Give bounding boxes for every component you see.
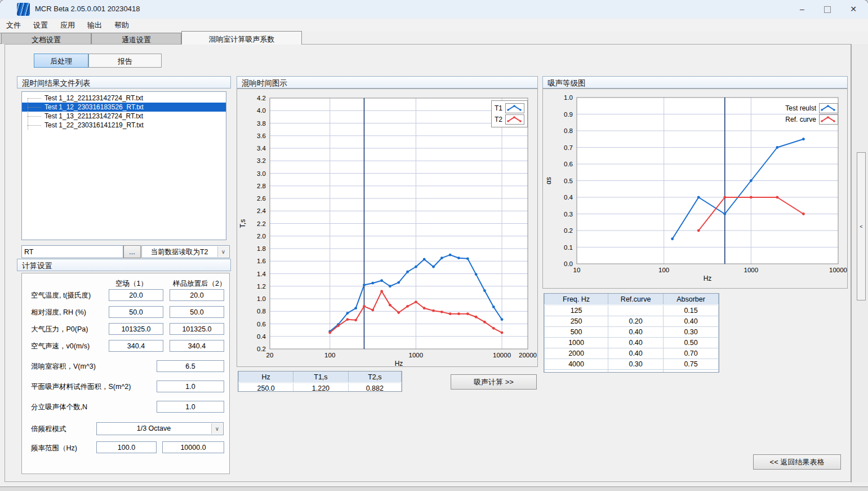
tab-2[interactable]: 混响室计算吸声系数 xyxy=(181,31,302,45)
svg-text:0.1: 0.1 xyxy=(564,244,573,251)
table-row[interactable]: 40000.300.75 xyxy=(545,359,719,370)
calc-input-1[interactable] xyxy=(109,306,163,318)
table-cell: 0.15 xyxy=(664,305,719,316)
result-file-list[interactable]: Test 1_12_221123142724_RT.txtTest 1_12_2… xyxy=(21,91,226,240)
svg-text:2.2: 2.2 xyxy=(257,220,266,227)
table-row[interactable]: 2500.200.40 xyxy=(545,316,719,327)
octave-mode-dropdown[interactable]: 1/3 Octave∨ xyxy=(96,422,224,435)
col-header-with-sample: 样品放置后（2） xyxy=(173,279,226,289)
calc-input[interactable] xyxy=(157,381,224,392)
calc-input[interactable] xyxy=(157,401,224,413)
table-cell: 0.70 xyxy=(664,348,719,359)
list-item[interactable]: Test 1_12_221123142724_RT.txt xyxy=(22,94,226,103)
legend-curve-icon xyxy=(819,114,838,125)
table-cell xyxy=(608,370,664,373)
legend-entry: T1 xyxy=(495,103,524,114)
svg-text:0.7: 0.7 xyxy=(564,144,573,151)
legend-entry: Test reulst xyxy=(785,103,838,114)
calc-input-1[interactable] xyxy=(109,340,163,352)
chart-legend: T1T2 xyxy=(491,100,528,127)
menu-item-0[interactable]: 文件 xyxy=(0,19,27,30)
reverberation-time-chart[interactable]: 0.20.40.60.81.01.21.41.61.82.02.22.42.62… xyxy=(237,89,538,368)
list-item[interactable]: Test 1_13_221123142724_RT.txt xyxy=(22,112,226,121)
rating-chart-panel: 0.00.10.20.30.40.50.60.70.80.91.01010010… xyxy=(542,89,848,289)
minimize-button[interactable]: – xyxy=(789,0,815,18)
table-row[interactable]: 10000.400.50 xyxy=(545,338,719,348)
subtab-0[interactable]: 后处理 xyxy=(34,54,88,68)
freq-range-label: 频率范围（Hz) xyxy=(31,444,77,453)
menu-item-2[interactable]: 应用 xyxy=(54,19,81,30)
calc-settings-caption: 计算设置 xyxy=(17,259,231,271)
rt-value-table: HzT1,sT2,s250.01.2200.882 xyxy=(238,371,402,392)
browse-button[interactable]: ... xyxy=(123,245,141,258)
chevron-left-icon: < xyxy=(860,224,862,229)
menu-item-1[interactable]: 设置 xyxy=(27,19,54,30)
calc-input-2[interactable] xyxy=(170,340,224,352)
table-row[interactable]: 20000.400.70 xyxy=(545,348,719,359)
legend-curve-icon xyxy=(505,103,524,113)
svg-text:0.2: 0.2 xyxy=(564,227,573,234)
table-row[interactable]: 1250.15 xyxy=(545,305,719,316)
data-read-dropdown[interactable]: 当前数据读取为T2 ∨ xyxy=(141,245,230,258)
calc-input[interactable] xyxy=(157,360,224,372)
absorb-calc-button[interactable]: 吸声计算 >> xyxy=(451,374,537,390)
calc-row-label: 空气温度, t(摄氏度) xyxy=(31,291,91,300)
calc-input-2[interactable] xyxy=(170,323,224,335)
freq-max-input[interactable] xyxy=(162,441,224,453)
svg-text:0.8: 0.8 xyxy=(564,127,573,134)
tab-1[interactable]: 通道设置 xyxy=(91,33,181,44)
svg-text:4.0: 4.0 xyxy=(257,107,266,114)
svg-text:10000: 10000 xyxy=(829,267,847,273)
column-header: Freq. Hz xyxy=(545,294,608,305)
calc-input-2[interactable] xyxy=(170,289,224,301)
tree-connector xyxy=(28,98,28,130)
calc-input-1[interactable] xyxy=(109,289,163,301)
table-cell: 0.20 xyxy=(608,316,664,327)
list-item[interactable]: Test 1_12_230316183526_RT.txt xyxy=(22,103,226,112)
menu-item-3[interactable]: 输出 xyxy=(81,19,108,30)
svg-text:1.8: 1.8 xyxy=(257,245,266,252)
svg-text:100: 100 xyxy=(324,352,335,359)
calc-row-label: 平面吸声材料试件面积，S(m^2) xyxy=(31,382,131,392)
svg-text:Hz: Hz xyxy=(704,275,712,282)
tab-0[interactable]: 文档设置 xyxy=(1,33,91,44)
calc-input-2[interactable] xyxy=(170,306,224,318)
svg-text:Hz: Hz xyxy=(395,360,403,368)
return-results-button[interactable]: << 返回结果表格 xyxy=(753,454,841,470)
panel-collapse-handle[interactable]: < xyxy=(857,152,866,300)
svg-text:20: 20 xyxy=(266,352,274,359)
table-row[interactable]: 5000.400.30 xyxy=(545,327,719,338)
freq-min-input[interactable] xyxy=(96,441,157,453)
rt-name-input[interactable] xyxy=(21,245,123,258)
rt-chart-panel: 0.20.40.60.81.01.21.41.61.82.02.22.42.62… xyxy=(237,89,538,367)
tree-branch-icon xyxy=(28,125,41,126)
column-header: T1,s xyxy=(293,371,348,383)
svg-text:0.0: 0.0 xyxy=(564,260,573,267)
svg-text:2.8: 2.8 xyxy=(257,183,266,189)
table-row[interactable]: 250.01.2200.882 xyxy=(239,383,402,392)
col-header-empty-room: 空场（1） xyxy=(115,279,148,289)
table-row[interactable] xyxy=(545,370,719,373)
window-bottom-edge xyxy=(0,486,868,491)
subtab-1[interactable]: 报告 xyxy=(88,54,162,68)
list-item[interactable]: Test 1_22_230316141219_RT.txt xyxy=(22,121,226,130)
svg-text:2.6: 2.6 xyxy=(257,195,266,202)
legend-label: T1 xyxy=(495,104,502,112)
table-cell: 4000 xyxy=(545,359,608,370)
column-header: Hz xyxy=(239,371,293,383)
svg-text:2.4: 2.4 xyxy=(257,207,266,214)
file-name: Test 1_13_221123142724_RT.txt xyxy=(44,112,143,121)
svg-text:1.0: 1.0 xyxy=(257,295,266,302)
svg-text:0.4: 0.4 xyxy=(257,333,266,340)
close-button[interactable]: ✕ xyxy=(840,0,866,18)
column-header: T2,s xyxy=(348,371,401,383)
app-window: MCR Beta 2.05.0.001 20230418 – ✕ 文件设置应用输… xyxy=(0,0,868,491)
menu-item-4[interactable]: 帮助 xyxy=(108,19,135,30)
octave-mode-label: 倍频程模式 xyxy=(31,424,66,434)
calc-input-1[interactable] xyxy=(109,323,163,335)
svg-text:10: 10 xyxy=(573,267,581,273)
maximize-button[interactable] xyxy=(814,0,840,18)
rating-chart-caption: 吸声等级图 xyxy=(542,76,848,89)
svg-text:T,s: T,s xyxy=(239,219,247,228)
svg-text:3.6: 3.6 xyxy=(257,132,266,139)
